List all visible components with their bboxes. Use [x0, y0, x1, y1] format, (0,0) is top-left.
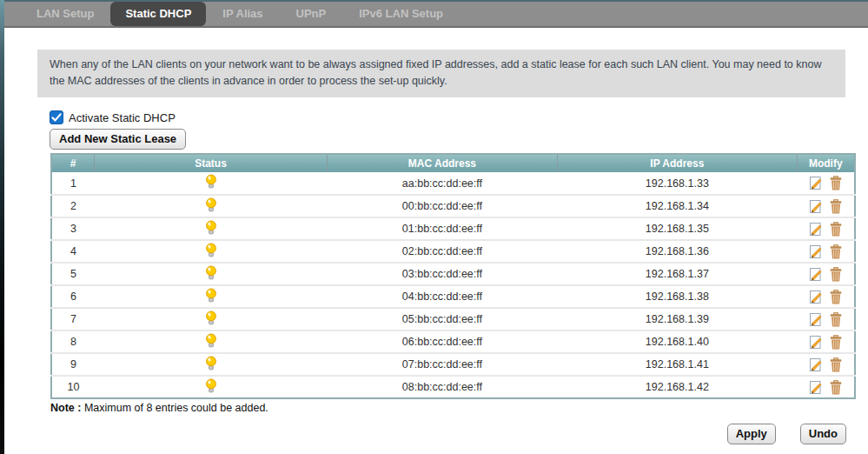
modify-cell: [797, 217, 855, 240]
edit-icon[interactable]: [809, 244, 823, 259]
table-row: 1 aa:bb:cc:dd:ee:ff 192.168.1.33: [51, 172, 855, 195]
add-new-static-lease-button[interactable]: Add New Static Lease: [50, 129, 186, 150]
tab-static-dhcp[interactable]: Static DHCP: [110, 2, 206, 26]
edit-icon[interactable]: [809, 199, 823, 214]
activate-static-dhcp-checkbox[interactable]: [50, 110, 63, 124]
table-row: 4 02:bb:cc:dd:ee:ff 192.168.1.36: [51, 240, 855, 263]
table-row: 5 03:bb:cc:dd:ee:ff 192.168.1.37: [51, 263, 855, 285]
header-mac-address: MAC Address: [327, 154, 557, 172]
lightbulb-on-icon: [205, 174, 217, 190]
trash-icon[interactable]: [830, 176, 842, 190]
edit-icon[interactable]: [809, 335, 823, 350]
table-row: 8 06:bb:cc:dd:ee:ff 192.168.1.40: [51, 330, 855, 353]
header-number: #: [51, 154, 95, 172]
mac-address: 04:bb:cc:dd:ee:ff: [327, 285, 557, 308]
row-number: 2: [51, 195, 95, 217]
ip-address: 192.168.1.36: [558, 240, 797, 263]
header-ip-address: IP Address: [558, 154, 797, 172]
left-edge-decoration: [0, 0, 4, 454]
tab-ipv6-lan-setup[interactable]: IPv6 LAN Setup: [342, 2, 460, 26]
status-cell: [95, 172, 327, 195]
edit-icon[interactable]: [809, 357, 823, 372]
note-text: Note : Maximum of 8 entries could be add…: [50, 402, 268, 414]
modify-cell: [797, 195, 855, 217]
status-cell: [95, 353, 327, 376]
status-cell: [95, 376, 327, 398]
info-message: When any of the LAN clients on your netw…: [37, 50, 845, 97]
trash-icon[interactable]: [830, 357, 842, 372]
modify-cell: [797, 308, 855, 330]
modify-cell: [797, 172, 855, 195]
ip-address: 192.168.1.34: [558, 195, 797, 217]
mac-address: 06:bb:cc:dd:ee:ff: [327, 330, 557, 353]
status-cell: [95, 263, 327, 285]
ip-address: 192.168.1.40: [558, 330, 797, 353]
header-status: Status: [95, 154, 327, 172]
mac-address: 02:bb:cc:dd:ee:ff: [327, 240, 557, 263]
edit-icon[interactable]: [809, 222, 823, 237]
row-number: 5: [51, 263, 95, 285]
ip-address: 192.168.1.41: [558, 353, 797, 376]
row-number: 4: [51, 240, 95, 263]
lightbulb-on-icon: [205, 265, 217, 281]
ip-address: 192.168.1.42: [558, 376, 797, 398]
trash-icon[interactable]: [830, 335, 842, 350]
tab-bar: LAN Setup Static DHCP IP Alias UPnP IPv6…: [4, 0, 868, 28]
tab-lan-setup[interactable]: LAN Setup: [20, 2, 110, 26]
trash-icon[interactable]: [830, 199, 842, 214]
trash-icon[interactable]: [830, 312, 842, 327]
row-number: 6: [51, 285, 95, 308]
lightbulb-on-icon: [205, 310, 217, 326]
mac-address: 07:bb:cc:dd:ee:ff: [327, 353, 557, 376]
row-number: 1: [51, 172, 95, 195]
edit-icon[interactable]: [809, 312, 823, 327]
table-row: 3 01:bb:cc:dd:ee:ff 192.168.1.35: [51, 217, 855, 240]
status-cell: [95, 285, 327, 308]
ip-address: 192.168.1.33: [558, 172, 797, 195]
lightbulb-on-icon: [205, 378, 217, 394]
row-number: 10: [51, 376, 95, 398]
lease-table-body: 1 aa:bb:cc:dd:ee:ff 192.168.1.33: [51, 172, 855, 398]
row-number: 7: [51, 308, 95, 330]
ip-address: 192.168.1.39: [558, 308, 797, 330]
lightbulb-on-icon: [205, 356, 217, 371]
lightbulb-on-icon: [205, 288, 217, 304]
trash-icon[interactable]: [830, 267, 842, 282]
modify-cell: [797, 330, 855, 353]
status-cell: [95, 308, 327, 330]
status-cell: [95, 330, 327, 353]
static-dhcp-page: LAN Setup Static DHCP IP Alias UPnP IPv6…: [0, 0, 868, 454]
apply-button[interactable]: Apply: [727, 424, 776, 444]
footer-buttons: Apply Undo: [727, 424, 846, 444]
mac-address: 08:bb:cc:dd:ee:ff: [327, 376, 557, 398]
table-row: 6 04:bb:cc:dd:ee:ff 192.168.1.38: [51, 285, 855, 308]
edit-icon[interactable]: [809, 267, 823, 282]
lightbulb-on-icon: [205, 243, 217, 258]
edit-icon[interactable]: [809, 380, 823, 395]
trash-icon[interactable]: [830, 244, 842, 259]
table-row: 7 05:bb:cc:dd:ee:ff 192.168.1.39: [51, 308, 855, 330]
activate-static-dhcp-row: Activate Static DHCP: [50, 110, 176, 124]
row-number: 8: [51, 330, 95, 353]
table-row: 2 00:bb:cc:dd:ee:ff 192.168.1.34: [51, 195, 855, 217]
tab-ip-alias[interactable]: IP Alias: [206, 2, 279, 26]
status-cell: [95, 217, 327, 240]
trash-icon[interactable]: [830, 380, 842, 395]
mac-address: 03:bb:cc:dd:ee:ff: [327, 263, 557, 285]
mac-address: aa:bb:cc:dd:ee:ff: [327, 172, 557, 195]
undo-button[interactable]: Undo: [800, 424, 846, 444]
ip-address: 192.168.1.35: [558, 217, 797, 240]
modify-cell: [797, 285, 855, 308]
edit-icon[interactable]: [809, 290, 823, 304]
trash-icon[interactable]: [830, 290, 842, 304]
static-lease-table: # Status MAC Address IP Address Modify 1: [50, 153, 856, 399]
trash-icon[interactable]: [830, 222, 842, 237]
header-modify: Modify: [797, 154, 855, 172]
row-number: 3: [51, 217, 95, 240]
edit-icon[interactable]: [809, 176, 823, 190]
row-number: 9: [51, 353, 95, 376]
lightbulb-on-icon: [205, 333, 217, 349]
ip-address: 192.168.1.38: [558, 285, 797, 308]
modify-cell: [797, 376, 855, 398]
tab-upnp[interactable]: UPnP: [280, 2, 343, 26]
